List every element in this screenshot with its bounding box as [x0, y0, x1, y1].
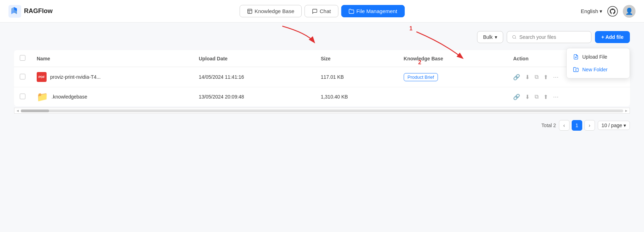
download-icon[interactable]: ⬇ [525, 74, 530, 81]
new-folder-item[interactable]: New Folder [567, 63, 630, 76]
select-all-checkbox[interactable] [20, 55, 25, 61]
svg-rect-1 [247, 9, 252, 13]
add-file-dropdown: Upload File New Folder [566, 48, 630, 78]
avatar[interactable]: 👤 [623, 5, 636, 18]
upload-file-item[interactable]: Upload File [567, 50, 630, 63]
horizontal-scrollbar[interactable]: ◄ ► [14, 108, 630, 114]
logo-icon [8, 5, 21, 18]
knowledge-base-icon [247, 8, 252, 14]
nav-knowledge-base[interactable]: Knowledge Base [239, 5, 302, 17]
copy-icon[interactable]: ⧉ [535, 94, 538, 100]
next-page-button[interactable]: › [584, 120, 595, 131]
logo[interactable]: RAGFlow [8, 5, 53, 18]
row2-kb-cell [398, 87, 507, 107]
table-row: 📁 .knowledgebase 13/05/2024 20:09:48 1,3… [14, 87, 630, 107]
link-icon[interactable]: 🔗 [513, 94, 520, 100]
main-nav: Knowledge Base Chat File Management [239, 5, 404, 17]
header: RAGFlow Knowledge Base Chat File Managem… [0, 0, 644, 23]
pdf-icon: PDF [37, 72, 47, 82]
move-icon[interactable]: ⬆ [543, 94, 548, 100]
table-row: PDF proviz-print-nvidia-T4... 14/05/2024… [14, 67, 630, 87]
link-icon[interactable]: 🔗 [513, 74, 520, 81]
row2-action-cell: 🔗 ⬇ ⧉ ⬆ ⋯ [507, 87, 630, 107]
prev-page-button[interactable]: ‹ [559, 120, 570, 131]
page-1-button[interactable]: 1 [572, 120, 582, 131]
new-folder-icon [573, 67, 579, 72]
row2-size-cell: 1,310.40 KB [315, 87, 398, 107]
row2-date-cell: 13/05/2024 20:09:48 [193, 87, 315, 107]
row1-checkbox-cell [14, 67, 31, 87]
svg-point-4 [608, 6, 618, 16]
search-box[interactable] [507, 31, 591, 43]
file-management-icon [349, 8, 354, 14]
row1-name-cell: PDF proviz-print-nvidia-T4... [31, 67, 193, 87]
search-input[interactable] [519, 34, 586, 40]
svg-line-8 [515, 38, 516, 38]
logo-text: RAGFlow [24, 7, 53, 15]
page-nav: ‹ 1 › [559, 120, 595, 131]
nav-file-management[interactable]: File Management [341, 5, 405, 17]
scroll-left-arrow[interactable]: ◄ [16, 109, 19, 113]
page-size-selector[interactable]: 10 / page ▾ [598, 121, 630, 130]
row1-date-cell: 14/05/2024 11:41:16 [193, 67, 315, 87]
header-right: English ▾ 👤 [581, 5, 636, 18]
bulk-button[interactable]: Bulk ▾ [477, 31, 503, 43]
col-knowledge-base: Knowledge Base [398, 50, 507, 67]
header-checkbox-col [14, 50, 31, 67]
col-size: Size [315, 50, 398, 67]
scroll-right-arrow[interactable]: ► [625, 109, 628, 113]
row1-size-cell: 117.01 KB [315, 67, 398, 87]
pagination: Total 2 ‹ 1 › 10 / page ▾ [14, 120, 630, 134]
row2-name-cell: 📁 .knowledgebase [31, 87, 193, 107]
toolbar: Bulk ▾ + Add file Upload File [14, 31, 630, 43]
pagination-total: Total 2 [541, 123, 556, 128]
github-icon[interactable] [607, 6, 618, 17]
more-icon[interactable]: ⋯ [553, 74, 559, 81]
row1-checkbox[interactable] [20, 74, 25, 79]
row2-checkbox-cell [14, 87, 31, 107]
folder-icon: 📁 [37, 92, 48, 101]
svg-point-7 [513, 35, 516, 38]
search-icon [512, 35, 517, 40]
download-icon[interactable]: ⬇ [525, 94, 530, 100]
table-header-row: Name Upload Date Size Knowledge Base Act… [14, 50, 630, 67]
upload-file-icon [573, 54, 579, 60]
knowledge-base-badge[interactable]: Product Brief [404, 73, 438, 81]
scroll-thumb[interactable] [21, 109, 49, 112]
chat-icon [312, 8, 318, 14]
col-upload-date: Upload Date [193, 50, 315, 67]
nav-chat[interactable]: Chat [305, 5, 338, 17]
main-content: Bulk ▾ + Add file Upload File [0, 23, 644, 232]
bulk-chevron-icon: ▾ [495, 34, 497, 40]
col-name: Name [31, 50, 193, 67]
copy-icon[interactable]: ⧉ [535, 74, 538, 80]
language-selector[interactable]: English ▾ [581, 8, 602, 14]
row2-checkbox[interactable] [20, 94, 25, 99]
move-icon[interactable]: ⬆ [543, 74, 548, 81]
more-icon[interactable]: ⋯ [553, 94, 559, 100]
add-file-button[interactable]: + Add file [595, 31, 630, 43]
file-table: Name Upload Date Size Knowledge Base Act… [14, 50, 630, 106]
row1-kb-cell: Product Brief [398, 67, 507, 87]
